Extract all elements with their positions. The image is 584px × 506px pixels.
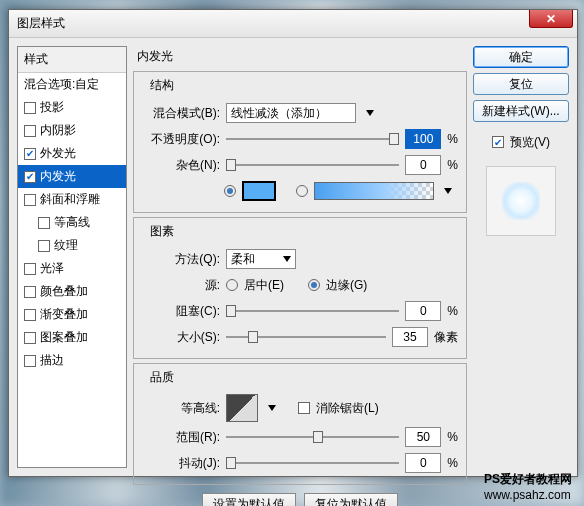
jitter-unit: % bbox=[447, 456, 458, 470]
opacity-slider[interactable] bbox=[226, 131, 399, 147]
noise-label: 杂色(N): bbox=[142, 157, 220, 174]
sidebar-item-9[interactable]: 渐变叠加 bbox=[18, 303, 126, 326]
sidebar-header[interactable]: 样式 bbox=[18, 47, 126, 73]
contour-label: 等高线: bbox=[142, 400, 220, 417]
source-center-label: 居中(E) bbox=[244, 277, 284, 294]
sidebar-item-8[interactable]: 颜色叠加 bbox=[18, 280, 126, 303]
new-style-button[interactable]: 新建样式(W)... bbox=[473, 100, 569, 122]
close-icon: ✕ bbox=[546, 12, 556, 26]
chevron-down-icon[interactable] bbox=[268, 405, 276, 411]
sidebar-checkbox[interactable] bbox=[24, 263, 36, 275]
structure-group: 结构 混合模式(B): 线性减淡（添加） 不透明度(O): 100 % 杂色(N… bbox=[133, 71, 467, 213]
chevron-down-icon[interactable] bbox=[366, 110, 374, 116]
range-label: 范围(R): bbox=[142, 429, 220, 446]
sidebar-blending[interactable]: 混合选项:自定 bbox=[18, 73, 126, 96]
antialias-checkbox[interactable] bbox=[298, 402, 310, 414]
preview-checkbox[interactable] bbox=[492, 136, 504, 148]
sidebar-item-label: 内发光 bbox=[40, 168, 76, 185]
antialias-label: 消除锯齿(L) bbox=[316, 400, 379, 417]
elements-title: 图素 bbox=[146, 223, 178, 240]
sidebar-item-10[interactable]: 图案叠加 bbox=[18, 326, 126, 349]
jitter-slider[interactable] bbox=[226, 455, 399, 471]
content-area: 样式 混合选项:自定 投影内阴影外发光内发光斜面和浮雕等高线纹理光泽颜色叠加渐变… bbox=[9, 38, 577, 476]
choke-slider[interactable] bbox=[226, 303, 399, 319]
sidebar-checkbox[interactable] bbox=[24, 148, 36, 160]
sidebar-item-label: 等高线 bbox=[54, 214, 90, 231]
jitter-value[interactable]: 0 bbox=[405, 453, 441, 473]
jitter-label: 抖动(J): bbox=[142, 455, 220, 472]
source-edge-radio[interactable] bbox=[308, 279, 320, 291]
reset-default-button[interactable]: 复位为默认值 bbox=[304, 493, 398, 506]
sidebar-item-6[interactable]: 纹理 bbox=[18, 234, 126, 257]
elements-group: 图素 方法(Q): 柔和 源: 居中(E) 边缘(G) 阻塞(C): bbox=[133, 217, 467, 359]
size-value[interactable]: 35 bbox=[392, 327, 428, 347]
choke-label: 阻塞(C): bbox=[142, 303, 220, 320]
size-unit: 像素 bbox=[434, 329, 458, 346]
range-slider[interactable] bbox=[226, 429, 399, 445]
sidebar-checkbox[interactable] bbox=[24, 332, 36, 344]
color-radio[interactable] bbox=[224, 185, 236, 197]
window-title: 图层样式 bbox=[17, 15, 65, 32]
structure-title: 结构 bbox=[146, 77, 178, 94]
noise-value[interactable]: 0 bbox=[405, 155, 441, 175]
sidebar-item-label: 描边 bbox=[40, 352, 64, 369]
sidebar-checkbox[interactable] bbox=[24, 171, 36, 183]
quality-group: 品质 等高线: 消除锯齿(L) 范围(R): 50 % 抖动(J): bbox=[133, 363, 467, 485]
gradient-radio[interactable] bbox=[296, 185, 308, 197]
choke-value[interactable]: 0 bbox=[405, 301, 441, 321]
blend-mode-select[interactable]: 线性减淡（添加） bbox=[226, 103, 356, 123]
sidebar-item-1[interactable]: 内阴影 bbox=[18, 119, 126, 142]
range-value[interactable]: 50 bbox=[405, 427, 441, 447]
sidebar-item-2[interactable]: 外发光 bbox=[18, 142, 126, 165]
titlebar[interactable]: 图层样式 ✕ bbox=[9, 10, 577, 38]
opacity-unit: % bbox=[447, 132, 458, 146]
gradient-preview[interactable] bbox=[314, 182, 434, 200]
noise-slider[interactable] bbox=[226, 157, 399, 173]
choke-unit: % bbox=[447, 304, 458, 318]
blend-mode-label: 混合模式(B): bbox=[142, 105, 220, 122]
sidebar-checkbox[interactable] bbox=[24, 286, 36, 298]
source-label: 源: bbox=[142, 277, 220, 294]
color-swatch[interactable] bbox=[242, 181, 276, 201]
sidebar-checkbox[interactable] bbox=[24, 125, 36, 137]
layer-style-dialog: 图层样式 ✕ 样式 混合选项:自定 投影内阴影外发光内发光斜面和浮雕等高线纹理光… bbox=[8, 9, 578, 477]
sidebar-checkbox[interactable] bbox=[24, 102, 36, 114]
source-center-radio[interactable] bbox=[226, 279, 238, 291]
sidebar-checkbox[interactable] bbox=[24, 355, 36, 367]
size-slider[interactable] bbox=[226, 329, 386, 345]
chevron-down-icon bbox=[283, 256, 291, 262]
sidebar-checkbox[interactable] bbox=[38, 217, 50, 229]
sidebar-item-5[interactable]: 等高线 bbox=[18, 211, 126, 234]
size-label: 大小(S): bbox=[142, 329, 220, 346]
ok-button[interactable]: 确定 bbox=[473, 46, 569, 68]
settings-panel: 内发光 结构 混合模式(B): 线性减淡（添加） 不透明度(O): 100 % bbox=[133, 46, 467, 468]
sidebar-item-label: 内阴影 bbox=[40, 122, 76, 139]
action-column: 确定 复位 新建样式(W)... 预览(V) bbox=[473, 46, 569, 468]
range-unit: % bbox=[447, 430, 458, 444]
sidebar-blending-label: 混合选项:自定 bbox=[24, 76, 99, 93]
sidebar-item-11[interactable]: 描边 bbox=[18, 349, 126, 372]
sidebar-checkbox[interactable] bbox=[24, 194, 36, 206]
opacity-value[interactable]: 100 bbox=[405, 129, 441, 149]
watermark: PS爱好者教程网 www.psahz.com bbox=[484, 471, 572, 502]
sidebar-item-label: 投影 bbox=[40, 99, 64, 116]
sidebar-item-label: 斜面和浮雕 bbox=[40, 191, 100, 208]
sidebar-item-4[interactable]: 斜面和浮雕 bbox=[18, 188, 126, 211]
contour-picker[interactable] bbox=[226, 394, 258, 422]
preview-glow-icon bbox=[502, 182, 540, 220]
sidebar-item-3[interactable]: 内发光 bbox=[18, 165, 126, 188]
opacity-label: 不透明度(O): bbox=[142, 131, 220, 148]
sidebar-item-7[interactable]: 光泽 bbox=[18, 257, 126, 280]
sidebar-item-0[interactable]: 投影 bbox=[18, 96, 126, 119]
sidebar-checkbox[interactable] bbox=[24, 309, 36, 321]
cancel-button[interactable]: 复位 bbox=[473, 73, 569, 95]
noise-unit: % bbox=[447, 158, 458, 172]
close-button[interactable]: ✕ bbox=[529, 10, 573, 28]
sidebar-item-label: 纹理 bbox=[54, 237, 78, 254]
preview-label: 预览(V) bbox=[510, 134, 550, 151]
make-default-button[interactable]: 设置为默认值 bbox=[202, 493, 296, 506]
method-label: 方法(Q): bbox=[142, 251, 220, 268]
chevron-down-icon[interactable] bbox=[444, 188, 452, 194]
method-select[interactable]: 柔和 bbox=[226, 249, 296, 269]
sidebar-checkbox[interactable] bbox=[38, 240, 50, 252]
